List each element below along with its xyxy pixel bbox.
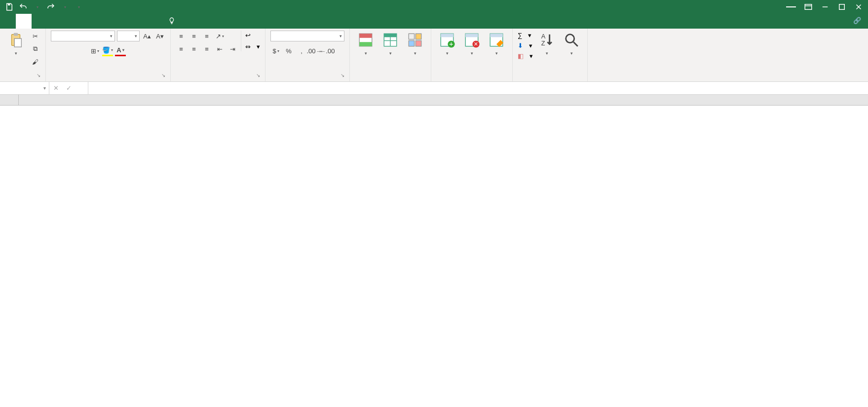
italic-button[interactable] — [64, 45, 75, 56]
group-label-alignment — [176, 78, 260, 80]
align-left-icon[interactable]: ≡ — [176, 43, 187, 54]
svg-rect-16 — [409, 34, 414, 39]
svg-text:A: A — [541, 33, 546, 40]
group-styles — [350, 29, 431, 81]
lightbulb-icon — [168, 17, 176, 26]
cut-icon[interactable]: ✂ — [30, 31, 40, 41]
tab-insert[interactable] — [32, 14, 47, 29]
fill-color-icon[interactable]: 🪣 — [102, 45, 113, 56]
maximize-icon[interactable] — [837, 2, 846, 11]
undo-dropdown[interactable] — [33, 2, 41, 11]
number-format-combo[interactable] — [270, 31, 344, 41]
tell-me-search[interactable] — [158, 14, 180, 29]
undo-icon[interactable] — [19, 2, 28, 11]
align-bottom-icon[interactable]: ≡ — [201, 31, 212, 41]
cancel-formula-icon[interactable]: ✕ — [49, 84, 62, 92]
format-as-table-button[interactable] — [379, 31, 401, 57]
select-all-corner[interactable] — [0, 95, 19, 105]
close-icon[interactable] — [854, 2, 863, 11]
minimize-icon[interactable] — [821, 2, 830, 11]
ribbon-display-options-icon[interactable] — [804, 2, 813, 11]
align-right-icon[interactable]: ≡ — [201, 43, 212, 54]
fill-button[interactable]: ⬇ ▾ — [518, 41, 533, 50]
tab-review[interactable] — [95, 14, 111, 29]
svg-rect-21 — [441, 34, 453, 37]
tab-home[interactable] — [16, 14, 32, 29]
merge-center-button[interactable]: ⇔ ▾ — [245, 42, 260, 51]
tab-foxit-pdf[interactable] — [142, 14, 158, 29]
sort-filter-button[interactable]: AZ — [536, 31, 558, 57]
conditional-formatting-button[interactable] — [355, 31, 377, 57]
redo-dropdown[interactable] — [60, 2, 69, 11]
insert-cells-button[interactable]: + — [436, 31, 458, 57]
redo-icon[interactable] — [46, 2, 55, 11]
wrap-text-icon: ↩ — [245, 32, 251, 39]
increase-decimal-icon[interactable]: .00→ — [309, 45, 320, 56]
alignment-launcher-icon[interactable]: ↘ — [256, 73, 263, 79]
increase-indent-icon[interactable]: ⇥ — [227, 43, 238, 54]
format-cells-button[interactable] — [486, 31, 507, 57]
enter-formula-icon[interactable]: ✓ — [62, 84, 75, 92]
currency-icon[interactable]: $ — [270, 45, 281, 56]
tab-file[interactable] — [0, 14, 16, 29]
svg-rect-11 — [359, 42, 372, 46]
svg-rect-19 — [415, 40, 421, 46]
tab-help[interactable] — [126, 14, 142, 29]
ribbon-tabs: 🔗 — [0, 14, 868, 29]
eraser-icon: ◧ — [518, 52, 524, 60]
tab-formulas[interactable] — [63, 14, 79, 29]
increase-font-icon[interactable]: A▴ — [142, 31, 152, 41]
save-icon[interactable] — [5, 2, 14, 11]
svg-text:Z: Z — [541, 39, 545, 47]
orientation-icon[interactable]: ↗ — [214, 31, 225, 41]
clear-button[interactable]: ◧ ▾ — [518, 51, 533, 61]
group-clipboard: ✂ ⧉ 🖌 ↘ — [0, 29, 46, 81]
delete-cells-button[interactable]: × — [461, 31, 483, 57]
decrease-font-icon[interactable]: A▾ — [154, 31, 165, 41]
share-button[interactable]: 🔗 — [846, 14, 868, 29]
group-label-styles — [355, 78, 426, 80]
paste-button[interactable] — [5, 31, 27, 57]
svg-rect-10 — [359, 34, 372, 38]
merge-icon: ⇔ — [245, 43, 251, 50]
number-launcher-icon[interactable]: ↘ — [340, 73, 347, 79]
tab-data[interactable] — [79, 14, 95, 29]
autosum-button[interactable]: ∑ ▾ — [518, 31, 533, 40]
percent-icon[interactable]: % — [283, 45, 294, 56]
ribbon: ✂ ⧉ 🖌 ↘ A▴ A▾ ⊞ 🪣 A — [0, 29, 868, 82]
titlebar — [0, 0, 868, 14]
wrap-text-button[interactable]: ↩ — [245, 31, 260, 40]
quick-access-toolbar — [2, 2, 83, 11]
group-alignment: ≡ ≡ ≡ ↗ ≡ ≡ ≡ ⇤ ⇥ ↩ ⇔ ▾ ↘ — [171, 29, 265, 81]
align-center-icon[interactable]: ≡ — [189, 43, 199, 54]
format-painter-icon[interactable]: 🖌 — [30, 56, 40, 67]
svg-rect-17 — [415, 34, 421, 39]
decrease-decimal-icon[interactable]: ←.00 — [322, 45, 333, 56]
tab-view[interactable] — [111, 14, 126, 29]
font-launcher-icon[interactable]: ↘ — [161, 73, 168, 79]
group-cells: + × — [431, 29, 513, 81]
svg-rect-7 — [14, 33, 18, 36]
comma-icon[interactable]: , — [296, 45, 307, 56]
cell-styles-button[interactable] — [404, 31, 426, 57]
formula-bar: ✕ ✓ — [0, 82, 868, 95]
clipboard-launcher-icon[interactable]: ↘ — [37, 73, 43, 79]
decrease-indent-icon[interactable]: ⇤ — [214, 43, 225, 54]
find-select-button[interactable] — [561, 31, 582, 57]
borders-icon[interactable]: ⊞ — [89, 45, 100, 56]
underline-button[interactable] — [76, 45, 87, 56]
bold-button[interactable] — [51, 45, 62, 56]
name-box[interactable] — [0, 82, 49, 94]
copy-icon[interactable]: ⧉ — [30, 43, 40, 54]
font-size-combo[interactable] — [117, 31, 140, 41]
signin-button[interactable] — [786, 6, 796, 7]
tab-page-layout[interactable] — [47, 14, 63, 29]
svg-text:×: × — [474, 40, 478, 48]
align-middle-icon[interactable]: ≡ — [189, 31, 199, 41]
group-label-clipboard — [5, 78, 40, 80]
font-color-icon[interactable]: A — [115, 45, 126, 56]
font-name-combo[interactable] — [51, 31, 115, 41]
qat-customize[interactable] — [74, 2, 83, 11]
svg-rect-8 — [14, 38, 21, 47]
align-top-icon[interactable]: ≡ — [176, 31, 187, 41]
